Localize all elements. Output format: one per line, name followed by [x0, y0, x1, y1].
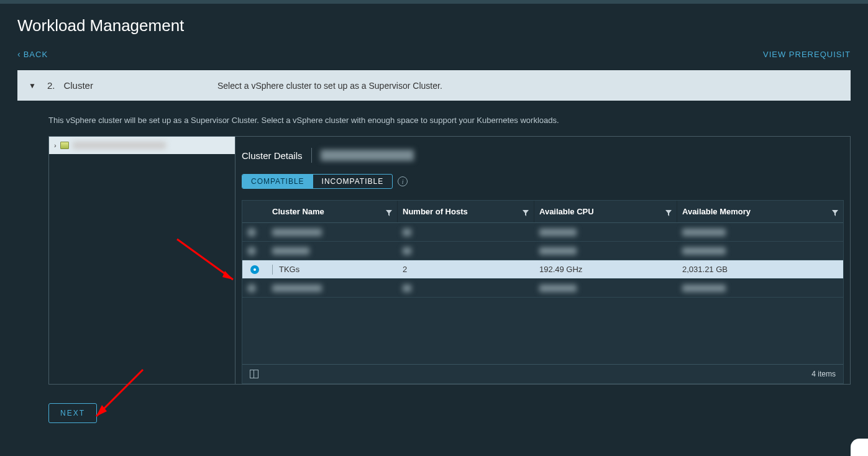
cell-hosts: [398, 229, 534, 236]
cluster-panel: › Cluster Details COMPATIBLE INCOMPATIBL…: [48, 136, 851, 385]
tab-compatible[interactable]: COMPATIBLE: [242, 175, 313, 188]
cell-cpu: [534, 229, 677, 236]
chevron-right-icon[interactable]: ›: [54, 142, 57, 149]
table-footer: 4 items: [242, 364, 843, 383]
cluster-details-pane: Cluster Details COMPATIBLE INCOMPATIBLE …: [235, 137, 850, 384]
column-label: Available CPU: [539, 207, 594, 216]
step-body: This vSphere cluster will be set up as a…: [0, 101, 868, 423]
cell-memory: [677, 229, 843, 236]
page-title: Workload Management: [0, 4, 868, 47]
separator: [311, 148, 312, 163]
cell-select[interactable]: [242, 265, 267, 274]
cell-hosts: [398, 247, 534, 255]
chevron-down-icon[interactable]: ▼: [29, 81, 36, 90]
inventory-tree: ›: [49, 137, 235, 384]
next-button[interactable]: NEXT: [48, 403, 97, 423]
cell-select[interactable]: [242, 228, 267, 237]
column-settings-icon[interactable]: [250, 370, 258, 378]
column-cpu[interactable]: Available CPU: [534, 201, 677, 222]
cluster-name-redacted: [321, 150, 414, 161]
cell-name: [267, 285, 398, 292]
table-row[interactable]: [242, 223, 843, 242]
chevron-left-icon: ‹: [17, 49, 21, 59]
svg-marker-3: [832, 210, 838, 216]
step-name: Cluster: [63, 80, 93, 91]
filter-icon[interactable]: [665, 209, 672, 215]
table-row-selected[interactable]: TKGs 2 192.49 GHz 2,031.21 GB: [242, 260, 843, 279]
details-header: Cluster Details: [242, 148, 844, 163]
tree-row[interactable]: ›: [49, 137, 235, 154]
table-row[interactable]: [242, 279, 843, 298]
filter-icon[interactable]: [832, 209, 838, 215]
svg-marker-2: [665, 210, 672, 216]
column-select: [242, 201, 267, 222]
cell-memory: [677, 285, 843, 292]
svg-marker-1: [523, 210, 529, 216]
cell-cpu: [534, 285, 677, 292]
corner-decoration: [851, 439, 868, 456]
step-header[interactable]: ▼ 2. Cluster Select a vSphere cluster to…: [17, 70, 851, 101]
back-button[interactable]: ‹ BACK: [17, 49, 48, 59]
cluster-name-value: TKGs: [279, 265, 299, 274]
table-header: Cluster Name Number of Hosts Available C…: [242, 201, 843, 223]
table-body: TKGs 2 192.49 GHz 2,031.21 GB: [242, 223, 843, 364]
cell-select[interactable]: [242, 247, 267, 255]
item-count: 4 items: [811, 370, 836, 378]
view-prerequisites-link[interactable]: VIEW PREREQUISIT: [763, 50, 851, 59]
cell-select[interactable]: [242, 284, 267, 293]
svg-marker-0: [386, 210, 392, 216]
step-number: 2.: [47, 80, 55, 91]
cell-cpu: 192.49 GHz: [534, 265, 677, 274]
tree-label-redacted: [73, 142, 166, 149]
sub-header: ‹ BACK VIEW PREREQUISIT: [0, 47, 868, 70]
details-title: Cluster Details: [242, 150, 303, 161]
cell-hosts: 2: [398, 265, 534, 274]
cell-memory: [677, 247, 843, 255]
cell-hosts: [398, 285, 534, 292]
cell-name: [267, 229, 398, 236]
column-label: Number of Hosts: [403, 207, 468, 216]
cell-name: [267, 247, 398, 255]
tab-incompatible[interactable]: INCOMPATIBLE: [313, 175, 393, 188]
compatibility-tabs: COMPATIBLE INCOMPATIBLE i: [242, 174, 844, 189]
column-memory[interactable]: Available Memory: [677, 201, 843, 222]
filter-icon[interactable]: [386, 209, 392, 215]
cell-cpu: [534, 247, 677, 255]
separator: [272, 265, 273, 275]
column-label: Available Memory: [682, 207, 751, 216]
radio-selected-icon[interactable]: [250, 265, 259, 274]
column-hosts[interactable]: Number of Hosts: [398, 201, 534, 222]
back-label: BACK: [24, 50, 48, 59]
datacenter-icon: [60, 142, 69, 149]
info-icon[interactable]: i: [398, 176, 408, 186]
filter-icon[interactable]: [523, 209, 529, 215]
column-label: Cluster Name: [272, 207, 324, 216]
help-text: This vSphere cluster will be set up as a…: [17, 116, 851, 136]
cell-memory: 2,031.21 GB: [677, 265, 843, 274]
segmented-control: COMPATIBLE INCOMPATIBLE: [242, 174, 393, 189]
step-description: Select a vSphere cluster to set up as a …: [217, 81, 442, 91]
table-row[interactable]: [242, 242, 843, 260]
cluster-table: Cluster Name Number of Hosts Available C…: [242, 200, 844, 384]
cell-name: TKGs: [267, 265, 398, 275]
column-cluster-name[interactable]: Cluster Name: [267, 201, 398, 222]
